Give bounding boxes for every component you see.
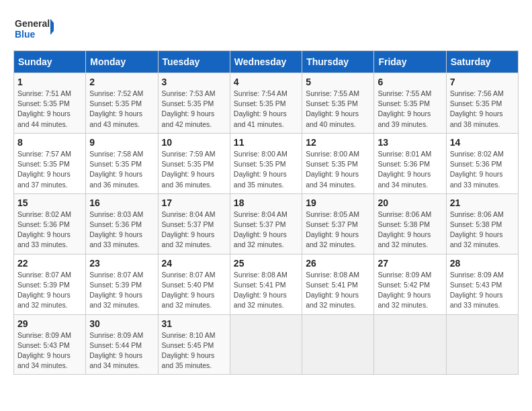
calendar-cell: 12Sunrise: 8:00 AMSunset: 5:35 PMDayligh… [302,133,374,193]
calendar-cell: 9Sunrise: 7:58 AMSunset: 5:35 PMDaylight… [86,133,158,193]
day-info: Sunrise: 8:02 AMSunset: 5:36 PMDaylight:… [17,210,71,249]
day-number: 17 [162,197,226,208]
day-info: Sunrise: 7:51 AMSunset: 5:35 PMDaylight:… [17,89,71,128]
weekday-saturday: Saturday [446,51,518,73]
day-number: 12 [306,137,370,148]
day-info: Sunrise: 8:04 AMSunset: 5:37 PMDaylight:… [162,210,216,249]
page-header: General Blue [13,13,519,44]
day-number: 20 [378,197,442,208]
calendar-week-4: 22Sunrise: 8:07 AMSunset: 5:39 PMDayligh… [14,254,519,314]
day-info: Sunrise: 7:57 AMSunset: 5:35 PMDaylight:… [17,150,71,189]
calendar-cell: 26Sunrise: 8:08 AMSunset: 5:41 PMDayligh… [302,254,374,314]
day-info: Sunrise: 8:07 AMSunset: 5:40 PMDaylight:… [162,271,216,310]
day-info: Sunrise: 8:02 AMSunset: 5:36 PMDaylight:… [450,150,504,189]
svg-text:General: General [15,18,50,29]
calendar-cell [230,314,302,375]
weekday-monday: Monday [86,51,158,73]
day-info: Sunrise: 8:08 AMSunset: 5:41 PMDaylight:… [306,271,359,310]
day-number: 6 [378,77,442,87]
day-info: Sunrise: 8:06 AMSunset: 5:38 PMDaylight:… [378,210,431,249]
day-number: 7 [450,77,515,87]
day-info: Sunrise: 7:54 AMSunset: 5:35 PMDaylight:… [234,89,287,128]
day-info: Sunrise: 8:10 AMSunset: 5:45 PMDaylight:… [162,331,216,370]
day-info: Sunrise: 8:09 AMSunset: 5:42 PMDaylight:… [378,271,431,310]
calendar-cell [446,314,518,375]
calendar-cell: 15Sunrise: 8:02 AMSunset: 5:36 PMDayligh… [14,193,86,254]
day-info: Sunrise: 7:59 AMSunset: 5:35 PMDaylight:… [162,150,216,189]
calendar-cell: 21Sunrise: 8:06 AMSunset: 5:38 PMDayligh… [446,193,518,254]
day-number: 1 [17,77,82,87]
day-number: 26 [306,258,370,269]
day-number: 21 [450,197,515,208]
calendar-cell: 10Sunrise: 7:59 AMSunset: 5:35 PMDayligh… [158,133,230,193]
calendar-table: SundayMondayTuesdayWednesdayThursdayFrid… [13,50,519,375]
day-number: 14 [450,137,515,148]
calendar-cell: 2Sunrise: 7:52 AMSunset: 5:35 PMDaylight… [86,73,158,134]
day-info: Sunrise: 8:03 AMSunset: 5:36 PMDaylight:… [89,210,143,249]
day-number: 10 [162,137,226,148]
day-info: Sunrise: 8:07 AMSunset: 5:39 PMDaylight:… [17,271,71,310]
calendar-cell: 23Sunrise: 8:07 AMSunset: 5:39 PMDayligh… [86,254,158,314]
day-info: Sunrise: 8:04 AMSunset: 5:37 PMDaylight:… [234,210,287,249]
calendar-week-1: 1Sunrise: 7:51 AMSunset: 5:35 PMDaylight… [14,73,519,134]
calendar-cell: 18Sunrise: 8:04 AMSunset: 5:37 PMDayligh… [230,193,302,254]
logo-svg: General Blue [13,13,54,44]
day-number: 28 [450,258,515,269]
day-info: Sunrise: 8:05 AMSunset: 5:37 PMDaylight:… [306,210,359,249]
calendar-week-2: 8Sunrise: 7:57 AMSunset: 5:35 PMDaylight… [14,133,519,193]
day-info: Sunrise: 7:52 AMSunset: 5:35 PMDaylight:… [89,89,143,128]
day-number: 22 [17,258,82,269]
day-info: Sunrise: 8:07 AMSunset: 5:39 PMDaylight:… [89,271,143,310]
day-number: 4 [234,77,298,87]
calendar-cell: 30Sunrise: 8:09 AMSunset: 5:44 PMDayligh… [86,314,158,375]
day-number: 8 [17,137,82,148]
day-number: 29 [17,318,82,329]
day-number: 23 [89,258,154,269]
day-number: 31 [162,318,226,329]
day-info: Sunrise: 8:09 AMSunset: 5:43 PMDaylight:… [17,331,71,370]
calendar-cell: 1Sunrise: 7:51 AMSunset: 5:35 PMDaylight… [14,73,86,134]
calendar-cell: 19Sunrise: 8:05 AMSunset: 5:37 PMDayligh… [302,193,374,254]
calendar-cell: 17Sunrise: 8:04 AMSunset: 5:37 PMDayligh… [158,193,230,254]
weekday-thursday: Thursday [302,51,374,73]
calendar-cell: 3Sunrise: 7:53 AMSunset: 5:35 PMDaylight… [158,73,230,134]
calendar-cell: 11Sunrise: 8:00 AMSunset: 5:35 PMDayligh… [230,133,302,193]
calendar-cell [302,314,374,375]
logo: General Blue [13,13,54,44]
weekday-friday: Friday [374,51,446,73]
day-number: 18 [234,197,298,208]
weekday-tuesday: Tuesday [158,51,230,73]
calendar-cell: 14Sunrise: 8:02 AMSunset: 5:36 PMDayligh… [446,133,518,193]
calendar-cell: 8Sunrise: 7:57 AMSunset: 5:35 PMDaylight… [14,133,86,193]
calendar-cell: 13Sunrise: 8:01 AMSunset: 5:36 PMDayligh… [374,133,446,193]
calendar-cell: 6Sunrise: 7:55 AMSunset: 5:35 PMDaylight… [374,73,446,134]
weekday-wednesday: Wednesday [230,51,302,73]
calendar-cell: 4Sunrise: 7:54 AMSunset: 5:35 PMDaylight… [230,73,302,134]
calendar-cell: 24Sunrise: 8:07 AMSunset: 5:40 PMDayligh… [158,254,230,314]
day-number: 19 [306,197,370,208]
day-number: 11 [234,137,298,148]
calendar-header: SundayMondayTuesdayWednesdayThursdayFrid… [14,51,519,73]
calendar-cell: 28Sunrise: 8:09 AMSunset: 5:43 PMDayligh… [446,254,518,314]
calendar-cell: 20Sunrise: 8:06 AMSunset: 5:38 PMDayligh… [374,193,446,254]
day-number: 3 [162,77,226,87]
day-number: 15 [17,197,82,208]
calendar-cell: 27Sunrise: 8:09 AMSunset: 5:42 PMDayligh… [374,254,446,314]
calendar-cell [374,314,446,375]
svg-text:Blue: Blue [15,29,36,40]
day-info: Sunrise: 7:55 AMSunset: 5:35 PMDaylight:… [378,89,431,128]
day-info: Sunrise: 7:55 AMSunset: 5:35 PMDaylight:… [306,89,359,128]
day-info: Sunrise: 8:00 AMSunset: 5:35 PMDaylight:… [234,150,287,189]
day-info: Sunrise: 8:06 AMSunset: 5:38 PMDaylight:… [450,210,504,249]
calendar-cell: 7Sunrise: 7:56 AMSunset: 5:35 PMDaylight… [446,73,518,134]
day-number: 25 [234,258,298,269]
day-number: 16 [89,197,154,208]
calendar-body: 1Sunrise: 7:51 AMSunset: 5:35 PMDaylight… [14,73,519,375]
calendar-cell: 31Sunrise: 8:10 AMSunset: 5:45 PMDayligh… [158,314,230,375]
day-info: Sunrise: 7:53 AMSunset: 5:35 PMDaylight:… [162,89,216,128]
calendar-cell: 29Sunrise: 8:09 AMSunset: 5:43 PMDayligh… [14,314,86,375]
day-info: Sunrise: 8:09 AMSunset: 5:43 PMDaylight:… [450,271,504,310]
weekday-header-row: SundayMondayTuesdayWednesdayThursdayFrid… [14,51,519,73]
calendar-cell: 5Sunrise: 7:55 AMSunset: 5:35 PMDaylight… [302,73,374,134]
calendar-week-5: 29Sunrise: 8:09 AMSunset: 5:43 PMDayligh… [14,314,519,375]
